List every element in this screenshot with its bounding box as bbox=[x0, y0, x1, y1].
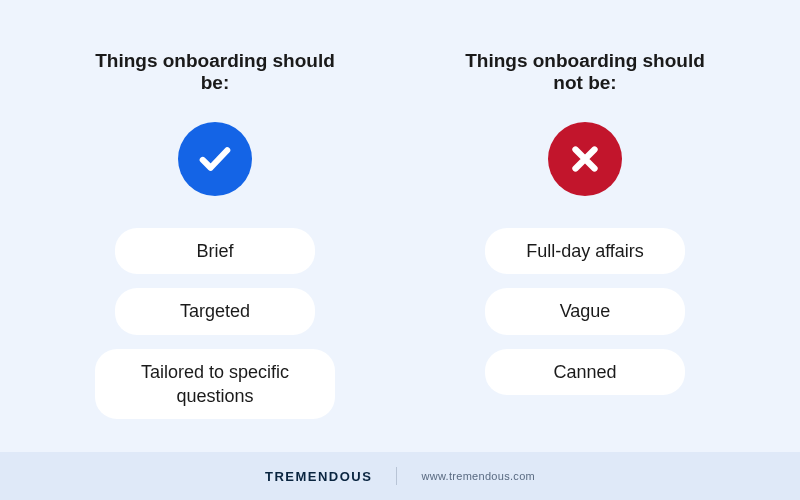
list-item: Targeted bbox=[115, 288, 315, 334]
list-item: Vague bbox=[485, 288, 685, 334]
list-item: Tailored to specific questions bbox=[95, 349, 335, 420]
footer: TREMENDOUS www.tremendous.com bbox=[0, 452, 800, 500]
footer-divider bbox=[396, 467, 397, 485]
footer-url: www.tremendous.com bbox=[421, 470, 535, 482]
should-not-be-column: Things onboarding should not be: Full-da… bbox=[450, 50, 720, 450]
should-not-be-heading: Things onboarding should not be: bbox=[450, 50, 720, 94]
should-be-heading: Things onboarding should be: bbox=[80, 50, 350, 94]
check-icon bbox=[178, 122, 252, 196]
list-item: Brief bbox=[115, 228, 315, 274]
should-be-column: Things onboarding should be: Brief Targe… bbox=[80, 50, 350, 450]
list-item: Canned bbox=[485, 349, 685, 395]
brand-logo: TREMENDOUS bbox=[265, 469, 372, 484]
list-item: Full-day affairs bbox=[485, 228, 685, 274]
cross-icon bbox=[548, 122, 622, 196]
comparison-container: Things onboarding should be: Brief Targe… bbox=[0, 0, 800, 450]
